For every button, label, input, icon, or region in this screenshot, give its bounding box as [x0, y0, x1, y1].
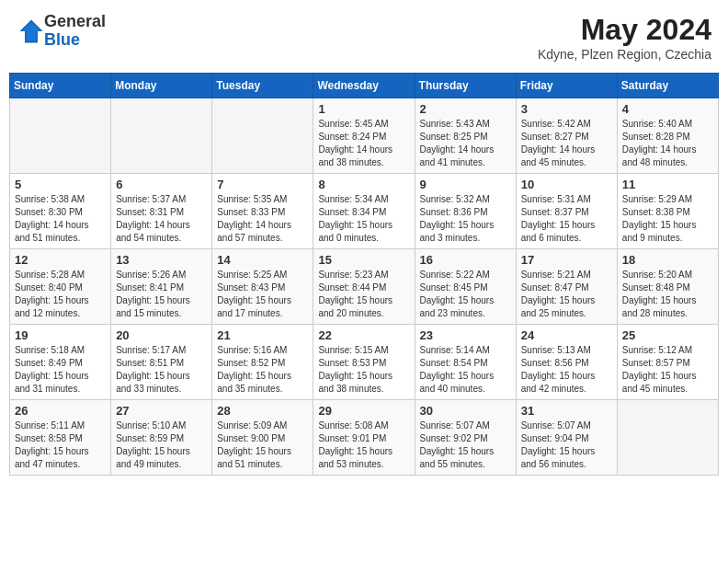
day-info: Sunrise: 5:22 AM Sunset: 8:45 PM Dayligh… — [420, 269, 511, 320]
day-number: 31 — [521, 404, 612, 418]
day-number: 15 — [318, 253, 409, 267]
logo-blue-text: Blue — [44, 30, 80, 49]
weekday-header-thursday: Thursday — [415, 74, 516, 98]
day-number: 8 — [318, 178, 409, 191]
calendar-cell: 30Sunrise: 5:07 AM Sunset: 9:02 PM Dayli… — [415, 400, 516, 476]
day-info: Sunrise: 5:32 AM Sunset: 8:36 PM Dayligh… — [420, 193, 511, 245]
day-number: 27 — [116, 404, 207, 418]
day-info: Sunrise: 5:25 AM Sunset: 8:43 PM Dayligh… — [217, 269, 308, 320]
day-number: 26 — [15, 404, 106, 418]
calendar-cell: 4Sunrise: 5:40 AM Sunset: 8:28 PM Daylig… — [617, 98, 718, 174]
day-number: 10 — [521, 178, 612, 191]
day-info: Sunrise: 5:18 AM Sunset: 8:49 PM Dayligh… — [15, 344, 106, 396]
day-number: 21 — [217, 328, 308, 342]
calendar-cell: 31Sunrise: 5:07 AM Sunset: 9:04 PM Dayli… — [516, 400, 617, 476]
calendar-cell: 3Sunrise: 5:42 AM Sunset: 8:27 PM Daylig… — [516, 98, 617, 174]
calendar-cell: 1Sunrise: 5:45 AM Sunset: 8:24 PM Daylig… — [313, 98, 415, 174]
weekday-header-wednesday: Wednesday — [313, 74, 415, 98]
month-title: May 2024 — [538, 13, 711, 47]
day-number: 7 — [217, 178, 308, 191]
logo-general-text: General — [44, 12, 106, 30]
day-info: Sunrise: 5:07 AM Sunset: 9:04 PM Dayligh… — [521, 419, 612, 471]
day-info: Sunrise: 5:35 AM Sunset: 8:33 PM Dayligh… — [217, 193, 308, 245]
calendar-cell: 26Sunrise: 5:11 AM Sunset: 8:58 PM Dayli… — [10, 400, 111, 476]
calendar-cell: 9Sunrise: 5:32 AM Sunset: 8:36 PM Daylig… — [415, 174, 516, 249]
day-number: 29 — [318, 404, 409, 418]
calendar-cell: 21Sunrise: 5:16 AM Sunset: 8:52 PM Dayli… — [212, 325, 313, 400]
calendar-cell: 20Sunrise: 5:17 AM Sunset: 8:51 PM Dayli… — [111, 325, 212, 400]
day-info: Sunrise: 5:23 AM Sunset: 8:44 PM Dayligh… — [318, 269, 409, 320]
day-number: 22 — [318, 328, 409, 342]
day-info: Sunrise: 5:45 AM Sunset: 8:24 PM Dayligh… — [318, 118, 409, 169]
day-number: 9 — [420, 178, 511, 191]
weekday-header-tuesday: Tuesday — [212, 74, 313, 98]
calendar-cell: 10Sunrise: 5:31 AM Sunset: 8:37 PM Dayli… — [516, 174, 617, 249]
day-info: Sunrise: 5:40 AM Sunset: 8:28 PM Dayligh… — [622, 118, 713, 169]
day-number: 24 — [521, 328, 612, 342]
calendar-cell: 6Sunrise: 5:37 AM Sunset: 8:31 PM Daylig… — [111, 174, 212, 249]
day-number: 25 — [622, 328, 713, 342]
day-number: 14 — [217, 253, 308, 267]
weekday-header-row: SundayMondayTuesdayWednesdayThursdayFrid… — [10, 74, 719, 98]
day-info: Sunrise: 5:21 AM Sunset: 8:47 PM Dayligh… — [521, 269, 612, 320]
calendar-cell: 5Sunrise: 5:38 AM Sunset: 8:30 PM Daylig… — [10, 174, 111, 249]
day-number: 12 — [15, 253, 106, 267]
day-info: Sunrise: 5:08 AM Sunset: 9:01 PM Dayligh… — [318, 419, 409, 471]
calendar-cell: 16Sunrise: 5:22 AM Sunset: 8:45 PM Dayli… — [415, 249, 516, 325]
weekday-header-friday: Friday — [516, 74, 617, 98]
day-info: Sunrise: 5:26 AM Sunset: 8:41 PM Dayligh… — [116, 269, 207, 320]
day-info: Sunrise: 5:14 AM Sunset: 8:54 PM Dayligh… — [420, 344, 511, 396]
day-number: 13 — [116, 253, 207, 267]
weekday-header-saturday: Saturday — [617, 74, 718, 98]
weekday-header-monday: Monday — [111, 74, 212, 98]
day-info: Sunrise: 5:09 AM Sunset: 9:00 PM Dayligh… — [217, 419, 308, 471]
day-number: 17 — [521, 253, 612, 267]
day-number: 2 — [420, 102, 511, 116]
calendar-cell: 11Sunrise: 5:29 AM Sunset: 8:38 PM Dayli… — [617, 174, 718, 249]
day-number: 16 — [420, 253, 511, 267]
day-number: 1 — [318, 102, 409, 116]
day-number: 18 — [622, 253, 713, 267]
calendar-cell: 27Sunrise: 5:10 AM Sunset: 8:59 PM Dayli… — [111, 400, 212, 476]
week-row-2: 5Sunrise: 5:38 AM Sunset: 8:30 PM Daylig… — [10, 174, 719, 249]
day-info: Sunrise: 5:37 AM Sunset: 8:31 PM Dayligh… — [116, 193, 207, 245]
day-number: 6 — [116, 178, 207, 191]
day-info: Sunrise: 5:13 AM Sunset: 8:56 PM Dayligh… — [521, 344, 612, 396]
title-block: May 2024 Kdyne, Plzen Region, Czechia — [538, 13, 711, 62]
day-number: 4 — [622, 102, 713, 116]
day-info: Sunrise: 5:15 AM Sunset: 8:53 PM Dayligh… — [318, 344, 409, 396]
day-info: Sunrise: 5:12 AM Sunset: 8:57 PM Dayligh… — [622, 344, 713, 396]
calendar-cell: 17Sunrise: 5:21 AM Sunset: 8:47 PM Dayli… — [516, 249, 617, 325]
day-info: Sunrise: 5:20 AM Sunset: 8:48 PM Dayligh… — [622, 269, 713, 320]
day-number: 30 — [420, 404, 511, 418]
day-number: 20 — [116, 328, 207, 342]
day-info: Sunrise: 5:29 AM Sunset: 8:38 PM Dayligh… — [622, 193, 713, 245]
day-info: Sunrise: 5:34 AM Sunset: 8:34 PM Dayligh… — [318, 193, 409, 245]
week-row-5: 26Sunrise: 5:11 AM Sunset: 8:58 PM Dayli… — [10, 400, 719, 476]
day-info: Sunrise: 5:07 AM Sunset: 9:02 PM Dayligh… — [420, 419, 511, 471]
calendar-cell: 2Sunrise: 5:43 AM Sunset: 8:25 PM Daylig… — [415, 98, 516, 174]
day-info: Sunrise: 5:11 AM Sunset: 8:58 PM Dayligh… — [15, 419, 106, 471]
calendar-table: SundayMondayTuesdayWednesdayThursdayFrid… — [9, 73, 719, 476]
day-number: 19 — [15, 328, 106, 342]
week-row-4: 19Sunrise: 5:18 AM Sunset: 8:49 PM Dayli… — [10, 325, 719, 400]
day-info: Sunrise: 5:43 AM Sunset: 8:25 PM Dayligh… — [420, 118, 511, 169]
week-row-3: 12Sunrise: 5:28 AM Sunset: 8:40 PM Dayli… — [10, 249, 719, 325]
calendar-cell: 13Sunrise: 5:26 AM Sunset: 8:41 PM Dayli… — [111, 249, 212, 325]
day-number: 5 — [15, 178, 106, 191]
calendar-cell: 7Sunrise: 5:35 AM Sunset: 8:33 PM Daylig… — [212, 174, 313, 249]
day-number: 3 — [521, 102, 612, 116]
calendar-cell: 14Sunrise: 5:25 AM Sunset: 8:43 PM Dayli… — [212, 249, 313, 325]
calendar-cell: 29Sunrise: 5:08 AM Sunset: 9:01 PM Dayli… — [313, 400, 415, 476]
calendar-cell: 28Sunrise: 5:09 AM Sunset: 9:00 PM Dayli… — [212, 400, 313, 476]
calendar-cell: 12Sunrise: 5:28 AM Sunset: 8:40 PM Dayli… — [10, 249, 111, 325]
calendar-cell — [212, 98, 313, 174]
calendar-cell — [617, 400, 718, 476]
day-info: Sunrise: 5:16 AM Sunset: 8:52 PM Dayligh… — [217, 344, 308, 396]
calendar-cell — [111, 98, 212, 174]
calendar-cell: 25Sunrise: 5:12 AM Sunset: 8:57 PM Dayli… — [617, 325, 718, 400]
logo: General Blue — [17, 13, 106, 50]
day-info: Sunrise: 5:10 AM Sunset: 8:59 PM Dayligh… — [116, 419, 207, 471]
day-number: 23 — [420, 328, 511, 342]
location-text: Kdyne, Plzen Region, Czechia — [538, 47, 711, 62]
